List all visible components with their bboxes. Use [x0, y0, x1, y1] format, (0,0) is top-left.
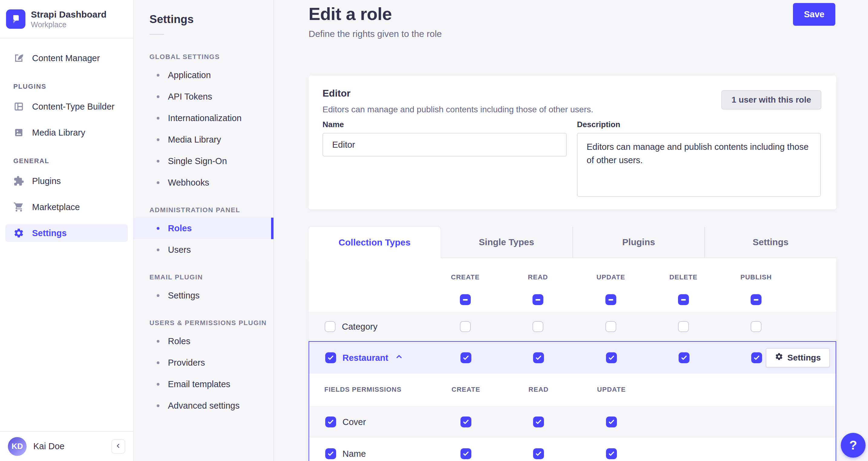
- checkbox-cover[interactable]: [325, 416, 336, 427]
- settings-item-providers[interactable]: Providers: [134, 352, 274, 374]
- checkbox-restaurant-read[interactable]: [533, 352, 544, 363]
- settings-item-label: Email templates: [168, 379, 230, 389]
- role-name-input[interactable]: [322, 133, 567, 156]
- checkbox-category-create[interactable]: [460, 321, 471, 332]
- tab-collection-types[interactable]: Collection Types: [309, 227, 440, 258]
- checkbox-category-publish[interactable]: [751, 321, 762, 332]
- checkbox-restaurant[interactable]: [325, 352, 336, 363]
- column-header-read: READ: [528, 273, 548, 281]
- settings-item-users[interactable]: Users: [134, 239, 274, 261]
- tab-settings[interactable]: Settings: [704, 227, 836, 258]
- divider: [150, 34, 164, 35]
- checkbox-restaurant-delete[interactable]: [679, 352, 689, 363]
- nav-item-content-type-builder[interactable]: Content-Type Builder: [5, 98, 128, 115]
- minus-icon: [754, 299, 758, 300]
- role-description-textarea[interactable]: Editors can manage and publish contents …: [577, 133, 821, 197]
- checkbox-category-read[interactable]: [532, 321, 544, 332]
- checkbox-category[interactable]: [324, 321, 336, 332]
- checkbox-name[interactable]: [325, 448, 336, 459]
- nav-item-label: Plugins: [32, 176, 61, 186]
- content-type-builder-icon: [13, 101, 24, 112]
- nav-item-settings[interactable]: Settings: [5, 224, 128, 242]
- section-label: ADMINISTRATION PANEL: [134, 206, 274, 214]
- tab-plugins[interactable]: Plugins: [572, 227, 704, 258]
- checkbox-all-publish[interactable]: [751, 294, 762, 305]
- checkbox-all-create[interactable]: [460, 294, 471, 305]
- checkbox-restaurant-update[interactable]: [606, 352, 617, 363]
- role-name-heading: Editor: [322, 88, 350, 99]
- bullet-icon: [157, 74, 159, 77]
- help-button[interactable]: ?: [841, 433, 866, 458]
- fields-column-create: CREATE: [452, 386, 480, 394]
- checkbox-category-update[interactable]: [606, 321, 616, 332]
- settings-item-label: Providers: [168, 358, 205, 368]
- settings-item-media-library[interactable]: Media Library: [134, 129, 274, 150]
- nav-item-content-manager[interactable]: Content Manager: [5, 49, 128, 67]
- checkbox-category-delete[interactable]: [678, 321, 689, 332]
- settings-section-users-permissions: USERS & PERMISSIONS PLUGIN Roles Provide…: [134, 319, 274, 416]
- nav-item-plugins[interactable]: Plugins: [5, 172, 128, 190]
- settings-item-label: Advanced settings: [168, 401, 240, 411]
- settings-item-internationalization[interactable]: Internationalization: [134, 108, 274, 129]
- settings-section-email-plugin: EMAIL PLUGIN Settings: [134, 273, 274, 306]
- checkbox-all-delete[interactable]: [678, 294, 689, 305]
- gear-icon: [775, 352, 783, 363]
- checkbox-cover-update[interactable]: [606, 416, 617, 427]
- fields-column-update: UPDATE: [597, 386, 626, 394]
- settings-item-label: API Tokens: [168, 92, 212, 102]
- permissions-header-row: CREATE READ UPDATE DELETE PUBLISH: [309, 258, 836, 312]
- checkbox-restaurant-create[interactable]: [461, 352, 471, 363]
- row-label-restaurant[interactable]: Restaurant: [342, 352, 404, 363]
- page-subtitle: Define the rights given to the role: [309, 29, 442, 39]
- nav-item-media-library[interactable]: Media Library: [5, 124, 128, 141]
- settings-item-webhooks[interactable]: Webhooks: [134, 172, 274, 194]
- nav-section-plugins: PLUGINS: [0, 83, 133, 90]
- bullet-icon: [157, 160, 159, 163]
- plugins-icon: [13, 176, 24, 186]
- minus-icon: [681, 299, 686, 300]
- settings-item-api-tokens[interactable]: API Tokens: [134, 86, 274, 108]
- bullet-icon: [157, 117, 159, 120]
- avatar[interactable]: KD: [8, 437, 27, 456]
- settings-sidebar-title: Settings: [134, 13, 274, 26]
- checkbox-name-create[interactable]: [461, 448, 471, 459]
- minus-icon: [609, 299, 613, 300]
- users-with-role-button[interactable]: 1 user with this role: [721, 90, 822, 110]
- nav-item-label: Content Manager: [32, 53, 100, 63]
- checkbox-cover-create[interactable]: [461, 416, 471, 427]
- content-manager-icon: [13, 53, 24, 63]
- settings-item-label: Application: [168, 70, 211, 80]
- checkbox-name-update[interactable]: [606, 448, 617, 459]
- nav-item-label: Marketplace: [32, 202, 80, 212]
- settings-item-application[interactable]: Application: [134, 64, 274, 86]
- chevron-left-icon: [115, 442, 122, 451]
- checkbox-cover-read[interactable]: [533, 416, 544, 427]
- checkbox-restaurant-publish[interactable]: [751, 352, 762, 363]
- settings-item-email-settings[interactable]: Settings: [134, 285, 274, 306]
- checkbox-name-read[interactable]: [533, 448, 544, 459]
- checkbox-all-read[interactable]: [532, 294, 544, 305]
- settings-item-label: Media Library: [168, 135, 221, 145]
- checkbox-all-update[interactable]: [606, 294, 616, 305]
- tab-single-types[interactable]: Single Types: [440, 227, 572, 258]
- settings-section-admin-panel: ADMINISTRATION PANEL Roles Users: [134, 206, 274, 261]
- nav-item-marketplace[interactable]: Marketplace: [5, 198, 128, 216]
- settings-item-advanced-settings[interactable]: Advanced settings: [134, 395, 274, 416]
- minus-icon: [463, 299, 468, 300]
- bullet-icon: [157, 340, 159, 343]
- settings-item-roles-admin[interactable]: Roles: [134, 218, 274, 239]
- settings-item-label: Settings: [168, 291, 200, 300]
- permissions-tabs: Collection Types Single Types Plugins Se…: [309, 227, 836, 258]
- settings-item-email-templates[interactable]: Email templates: [134, 374, 274, 395]
- settings-sidebar: Settings GLOBAL SETTINGS Application API…: [134, 0, 274, 461]
- save-button[interactable]: Save: [793, 3, 835, 26]
- settings-item-label: Webhooks: [168, 178, 209, 188]
- settings-item-single-sign-on[interactable]: Single Sign-On: [134, 150, 274, 172]
- settings-item-label: Single Sign-On: [168, 156, 227, 166]
- workspace-switcher[interactable]: Strapi Dashboard Workplace: [0, 0, 133, 38]
- restaurant-settings-button[interactable]: Settings: [766, 348, 830, 368]
- settings-item-roles-up[interactable]: Roles: [134, 330, 274, 352]
- collapse-sidebar-button[interactable]: [111, 439, 125, 454]
- settings-item-label: Users: [168, 245, 191, 255]
- section-label: USERS & PERMISSIONS PLUGIN: [134, 319, 274, 327]
